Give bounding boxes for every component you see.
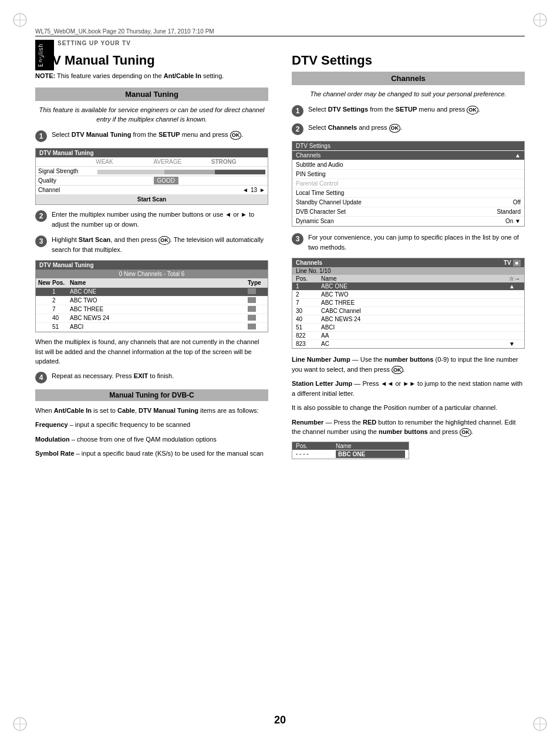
left-column: DTV Manual Tuning NOTE: This feature var…	[35, 53, 274, 697]
step-num-2: 2	[35, 210, 47, 222]
right-step-2: 2 Select Channels and press OK.	[292, 123, 525, 135]
right-step-1: 1 Select DTV Settings from the SETUP men…	[292, 105, 525, 117]
station-letter-jump: Station Letter Jump — Press ◄◄ or ►► to …	[292, 379, 525, 398]
ch-row: 2 ABC TWO	[292, 291, 524, 299]
channels-italic: The channel order may be changed to suit…	[292, 90, 525, 99]
scan-row: 2 ABC TWO	[36, 297, 268, 305]
settings-item-standby: Standby Channel UpdateOff	[292, 198, 524, 207]
right-step-text-1: Select DTV Settings from the SETUP menu …	[308, 105, 525, 115]
corner-mark-tr	[532, 12, 548, 28]
scan-row: 51 ABCI	[36, 323, 268, 332]
scan-screen-title: DTV Manual Tuning	[36, 261, 268, 270]
dtv-settings-screen: DTV Settings Channels▲ Subtitle and Audi…	[292, 141, 525, 227]
line-number-jump: Line Number Jump — Use the number button…	[292, 355, 525, 374]
scan-note: When the multiplex is found, any channel…	[35, 337, 268, 366]
step-text-2: Enter the multiplex number using the num…	[52, 210, 268, 229]
step-text-3: Highlight Start Scan, and then press OK.…	[52, 235, 268, 254]
scan-row: 40 ABC NEWS 24	[36, 314, 268, 323]
line-no: Line No. 1/10	[292, 267, 524, 275]
scan-result: 0 New Channels - Total 6	[36, 270, 268, 278]
scan-row: 7 ABC THREE	[36, 305, 268, 314]
content-area: DTV Manual Tuning NOTE: This feature var…	[35, 53, 525, 697]
step-num-3: 3	[35, 235, 47, 247]
step-text-4: Repeat as necessary. Press EXIT to finis…	[52, 371, 268, 381]
dvb-symbol-rate: Symbol Rate – input a specific baud rate…	[35, 449, 268, 459]
dvb-note: When Ant/Cable In is set to Cable, DTV M…	[35, 406, 268, 416]
scan-row: 1 ABC ONE	[36, 288, 268, 297]
channels-header: Channels TV ■	[292, 258, 524, 267]
ch-row: 51 ABCI	[292, 324, 524, 332]
settings-item-parental: Parental Control	[292, 179, 524, 188]
right-column: DTV Settings Channels The channel order …	[286, 53, 525, 697]
settings-item-channels: Channels▲	[292, 151, 524, 160]
right-step-num-1: 1	[292, 105, 303, 117]
ch-row: 40 ABC NEWS 24	[292, 315, 524, 324]
step-num-4: 4	[35, 372, 47, 383]
settings-item-dvb-char: DVB Character SetStandard	[292, 207, 524, 217]
ch-row: 822 AA	[292, 332, 524, 340]
channels-section: Channels	[292, 72, 525, 85]
ch-row: 823 AC ▼	[292, 340, 524, 348]
renumber: Renumber — Press the RED button to renum…	[292, 418, 525, 437]
step-4: 4 Repeat as necessary. Press EXIT to fin…	[35, 371, 268, 383]
left-note: NOTE: This feature varies depending on t…	[35, 72, 268, 80]
corner-mark-tl	[12, 12, 28, 28]
dvb-modulation: Modulation – choose from one of five QAM…	[35, 435, 268, 445]
channels-table: Channels TV ■ Line No. 1/10 Pos. Name ☆→…	[292, 258, 525, 349]
ch-row: 7 ABC THREE	[292, 299, 524, 307]
ch-row: 30 CABC Channel	[292, 307, 524, 315]
corner-mark-bl	[12, 716, 28, 732]
step-1: 1 Select DTV Manual Tuning from the SETU…	[35, 130, 268, 142]
ch-col-headers: Pos. Name ☆→	[292, 275, 524, 282]
scan-results-screen: DTV Manual Tuning 0 New Channels - Total…	[35, 260, 268, 332]
dvb-section: Manual Tuning for DVB-C	[35, 389, 268, 401]
ch-row: 1 ABC ONE ▲	[292, 282, 524, 291]
signal-screen-title: DTV Manual Tuning	[36, 149, 268, 157]
step-3: 3 Highlight Start Scan, and then press O…	[35, 235, 268, 254]
page-number: 20	[274, 714, 286, 726]
step-text-1: Select DTV Manual Tuning from the SETUP …	[52, 130, 268, 140]
settings-item-dtv: DTV Settings	[292, 142, 524, 151]
settings-item-time: Local Time Setting	[292, 188, 524, 198]
right-step-text-2: Select Channels and press OK.	[308, 123, 525, 133]
right-step-num-3: 3	[292, 233, 303, 245]
start-scan-btn: Start Scan	[36, 194, 268, 204]
filename: WL75_WebOM_UK.book Page 20 Thursday, Jun…	[35, 28, 214, 35]
right-heading: DTV Settings	[292, 53, 525, 68]
dvb-frequency: Frequency – input a specific frequency t…	[35, 420, 268, 430]
page-header: WL75_WebOM_UK.book Page 20 Thursday, Jun…	[35, 28, 525, 36]
settings-item-dynamic: Dynamic ScanOn ▼	[292, 217, 524, 226]
settings-item-subtitle: Subtitle and Audio	[292, 160, 524, 170]
corner-mark-br	[532, 716, 548, 732]
section-label: SETTING UP YOUR TV	[58, 40, 131, 46]
step-num-1: 1	[35, 130, 47, 142]
position-note: It is also possible to change the Positi…	[292, 403, 525, 413]
manual-tuning-section: Manual Tuning	[35, 87, 268, 101]
left-heading: DTV Manual Tuning	[35, 53, 268, 68]
settings-item-pin: PIN Setting	[292, 170, 524, 179]
right-step-3: 3 For your convenience, you can jump to …	[292, 233, 525, 252]
manual-italic: This feature is available for service en…	[35, 106, 268, 124]
step-2: 2 Enter the multiplex number using the n…	[35, 210, 268, 229]
renumber-table: Pos. Name - - - - BBC ONE	[292, 442, 409, 459]
right-step-text-3: For your convenience, you can jump to sp…	[308, 233, 525, 252]
right-step-num-2: 2	[292, 123, 303, 135]
signal-screen: DTV Manual Tuning WEAK AVERAGE STRONG Si…	[35, 148, 268, 205]
